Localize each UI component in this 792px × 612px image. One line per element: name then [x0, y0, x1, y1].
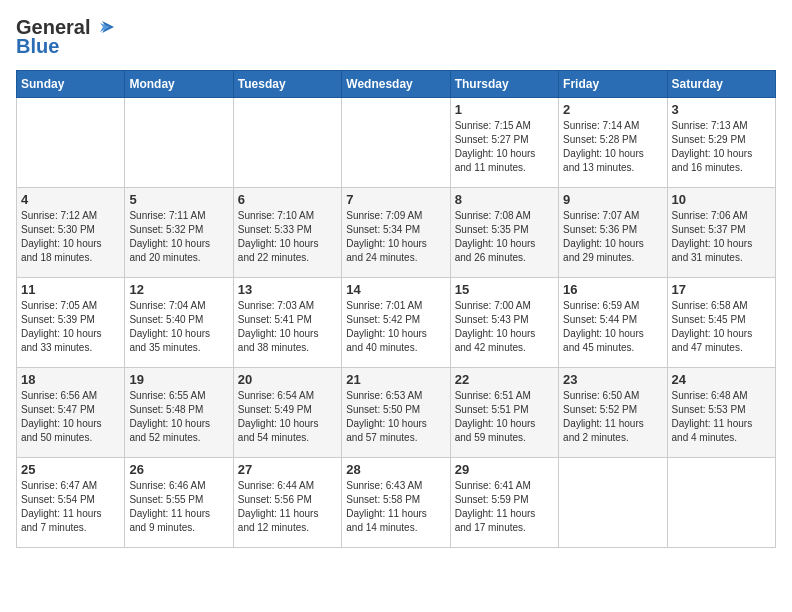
day-info: Sunrise: 6:46 AM Sunset: 5:55 PM Dayligh… [129, 479, 228, 535]
calendar-cell: 14Sunrise: 7:01 AM Sunset: 5:42 PM Dayli… [342, 278, 450, 368]
calendar-cell: 9Sunrise: 7:07 AM Sunset: 5:36 PM Daylig… [559, 188, 667, 278]
day-number: 28 [346, 462, 445, 477]
calendar-cell: 12Sunrise: 7:04 AM Sunset: 5:40 PM Dayli… [125, 278, 233, 368]
day-info: Sunrise: 7:12 AM Sunset: 5:30 PM Dayligh… [21, 209, 120, 265]
day-info: Sunrise: 7:08 AM Sunset: 5:35 PM Dayligh… [455, 209, 554, 265]
day-info: Sunrise: 7:14 AM Sunset: 5:28 PM Dayligh… [563, 119, 662, 175]
day-number: 21 [346, 372, 445, 387]
day-number: 2 [563, 102, 662, 117]
day-number: 11 [21, 282, 120, 297]
day-number: 10 [672, 192, 771, 207]
calendar-cell: 7Sunrise: 7:09 AM Sunset: 5:34 PM Daylig… [342, 188, 450, 278]
day-number: 12 [129, 282, 228, 297]
day-info: Sunrise: 6:50 AM Sunset: 5:52 PM Dayligh… [563, 389, 662, 445]
calendar-cell: 19Sunrise: 6:55 AM Sunset: 5:48 PM Dayli… [125, 368, 233, 458]
page-header: General Blue [16, 16, 776, 58]
calendar-week-row: 18Sunrise: 6:56 AM Sunset: 5:47 PM Dayli… [17, 368, 776, 458]
day-info: Sunrise: 7:10 AM Sunset: 5:33 PM Dayligh… [238, 209, 337, 265]
calendar-cell: 13Sunrise: 7:03 AM Sunset: 5:41 PM Dayli… [233, 278, 341, 368]
calendar-cell [559, 458, 667, 548]
day-info: Sunrise: 6:44 AM Sunset: 5:56 PM Dayligh… [238, 479, 337, 535]
day-info: Sunrise: 7:05 AM Sunset: 5:39 PM Dayligh… [21, 299, 120, 355]
calendar-cell [17, 98, 125, 188]
calendar-table: SundayMondayTuesdayWednesdayThursdayFrid… [16, 70, 776, 548]
weekday-header-sunday: Sunday [17, 71, 125, 98]
calendar-cell: 25Sunrise: 6:47 AM Sunset: 5:54 PM Dayli… [17, 458, 125, 548]
day-number: 25 [21, 462, 120, 477]
day-number: 18 [21, 372, 120, 387]
day-info: Sunrise: 6:48 AM Sunset: 5:53 PM Dayligh… [672, 389, 771, 445]
calendar-cell [667, 458, 775, 548]
calendar-cell [233, 98, 341, 188]
day-info: Sunrise: 6:41 AM Sunset: 5:59 PM Dayligh… [455, 479, 554, 535]
day-number: 17 [672, 282, 771, 297]
calendar-week-row: 25Sunrise: 6:47 AM Sunset: 5:54 PM Dayli… [17, 458, 776, 548]
calendar-cell: 6Sunrise: 7:10 AM Sunset: 5:33 PM Daylig… [233, 188, 341, 278]
calendar-cell: 24Sunrise: 6:48 AM Sunset: 5:53 PM Dayli… [667, 368, 775, 458]
day-number: 13 [238, 282, 337, 297]
calendar-cell: 3Sunrise: 7:13 AM Sunset: 5:29 PM Daylig… [667, 98, 775, 188]
day-number: 20 [238, 372, 337, 387]
day-number: 26 [129, 462, 228, 477]
calendar-cell: 28Sunrise: 6:43 AM Sunset: 5:58 PM Dayli… [342, 458, 450, 548]
calendar-cell: 27Sunrise: 6:44 AM Sunset: 5:56 PM Dayli… [233, 458, 341, 548]
day-number: 8 [455, 192, 554, 207]
calendar-cell: 8Sunrise: 7:08 AM Sunset: 5:35 PM Daylig… [450, 188, 558, 278]
day-number: 14 [346, 282, 445, 297]
calendar-week-row: 11Sunrise: 7:05 AM Sunset: 5:39 PM Dayli… [17, 278, 776, 368]
day-number: 22 [455, 372, 554, 387]
calendar-cell: 10Sunrise: 7:06 AM Sunset: 5:37 PM Dayli… [667, 188, 775, 278]
calendar-cell: 20Sunrise: 6:54 AM Sunset: 5:49 PM Dayli… [233, 368, 341, 458]
day-number: 4 [21, 192, 120, 207]
calendar-cell: 5Sunrise: 7:11 AM Sunset: 5:32 PM Daylig… [125, 188, 233, 278]
calendar-cell: 2Sunrise: 7:14 AM Sunset: 5:28 PM Daylig… [559, 98, 667, 188]
day-info: Sunrise: 6:53 AM Sunset: 5:50 PM Dayligh… [346, 389, 445, 445]
calendar-cell: 22Sunrise: 6:51 AM Sunset: 5:51 PM Dayli… [450, 368, 558, 458]
day-info: Sunrise: 7:11 AM Sunset: 5:32 PM Dayligh… [129, 209, 228, 265]
day-number: 24 [672, 372, 771, 387]
weekday-header-friday: Friday [559, 71, 667, 98]
calendar-cell [125, 98, 233, 188]
logo-blue-text: Blue [16, 35, 59, 58]
day-info: Sunrise: 6:51 AM Sunset: 5:51 PM Dayligh… [455, 389, 554, 445]
day-info: Sunrise: 7:06 AM Sunset: 5:37 PM Dayligh… [672, 209, 771, 265]
day-number: 15 [455, 282, 554, 297]
day-info: Sunrise: 7:15 AM Sunset: 5:27 PM Dayligh… [455, 119, 554, 175]
calendar-cell: 17Sunrise: 6:58 AM Sunset: 5:45 PM Dayli… [667, 278, 775, 368]
logo-bird-icon [92, 19, 114, 37]
day-info: Sunrise: 6:43 AM Sunset: 5:58 PM Dayligh… [346, 479, 445, 535]
weekday-header-monday: Monday [125, 71, 233, 98]
day-number: 19 [129, 372, 228, 387]
day-info: Sunrise: 6:54 AM Sunset: 5:49 PM Dayligh… [238, 389, 337, 445]
day-info: Sunrise: 6:55 AM Sunset: 5:48 PM Dayligh… [129, 389, 228, 445]
calendar-cell: 18Sunrise: 6:56 AM Sunset: 5:47 PM Dayli… [17, 368, 125, 458]
weekday-header-tuesday: Tuesday [233, 71, 341, 98]
day-info: Sunrise: 7:04 AM Sunset: 5:40 PM Dayligh… [129, 299, 228, 355]
day-number: 3 [672, 102, 771, 117]
day-info: Sunrise: 7:13 AM Sunset: 5:29 PM Dayligh… [672, 119, 771, 175]
day-info: Sunrise: 6:58 AM Sunset: 5:45 PM Dayligh… [672, 299, 771, 355]
calendar-cell: 23Sunrise: 6:50 AM Sunset: 5:52 PM Dayli… [559, 368, 667, 458]
day-info: Sunrise: 6:56 AM Sunset: 5:47 PM Dayligh… [21, 389, 120, 445]
calendar-cell: 16Sunrise: 6:59 AM Sunset: 5:44 PM Dayli… [559, 278, 667, 368]
calendar-cell: 15Sunrise: 7:00 AM Sunset: 5:43 PM Dayli… [450, 278, 558, 368]
day-number: 27 [238, 462, 337, 477]
day-info: Sunrise: 6:47 AM Sunset: 5:54 PM Dayligh… [21, 479, 120, 535]
weekday-header-wednesday: Wednesday [342, 71, 450, 98]
calendar-cell: 29Sunrise: 6:41 AM Sunset: 5:59 PM Dayli… [450, 458, 558, 548]
calendar-cell: 11Sunrise: 7:05 AM Sunset: 5:39 PM Dayli… [17, 278, 125, 368]
calendar-week-row: 1Sunrise: 7:15 AM Sunset: 5:27 PM Daylig… [17, 98, 776, 188]
day-info: Sunrise: 7:07 AM Sunset: 5:36 PM Dayligh… [563, 209, 662, 265]
day-number: 16 [563, 282, 662, 297]
calendar-cell: 26Sunrise: 6:46 AM Sunset: 5:55 PM Dayli… [125, 458, 233, 548]
day-info: Sunrise: 7:00 AM Sunset: 5:43 PM Dayligh… [455, 299, 554, 355]
calendar-cell: 4Sunrise: 7:12 AM Sunset: 5:30 PM Daylig… [17, 188, 125, 278]
day-number: 6 [238, 192, 337, 207]
day-info: Sunrise: 7:01 AM Sunset: 5:42 PM Dayligh… [346, 299, 445, 355]
day-number: 29 [455, 462, 554, 477]
calendar-cell [342, 98, 450, 188]
calendar-header-row: SundayMondayTuesdayWednesdayThursdayFrid… [17, 71, 776, 98]
day-number: 5 [129, 192, 228, 207]
day-number: 23 [563, 372, 662, 387]
day-info: Sunrise: 6:59 AM Sunset: 5:44 PM Dayligh… [563, 299, 662, 355]
